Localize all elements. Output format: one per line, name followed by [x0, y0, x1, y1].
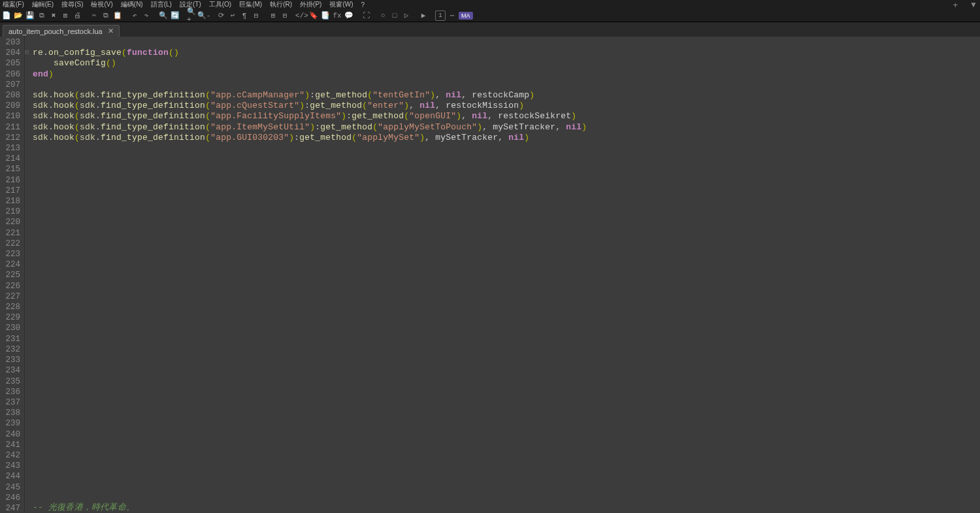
stop-icon[interactable]: □	[389, 10, 400, 21]
code-line[interactable]	[33, 418, 980, 429]
code-line[interactable]	[33, 323, 980, 333]
code-line[interactable]: re.on_config_save(function()	[33, 48, 980, 58]
close-icon[interactable]: ✖	[48, 10, 59, 21]
menu-item[interactable]: 編輯(E)	[32, 0, 54, 9]
indent-guide-icon[interactable]: ⊟	[251, 10, 261, 21]
show-all-icon[interactable]: ¶	[239, 10, 250, 21]
menu-item[interactable]: 檔案(F)	[3, 0, 24, 9]
code-line[interactable]	[33, 291, 980, 302]
code-line[interactable]	[33, 207, 980, 217]
code-line[interactable]	[33, 217, 980, 227]
code-icon[interactable]: </>	[297, 10, 307, 21]
fx-icon[interactable]: fx	[332, 10, 342, 21]
zoom-out-icon[interactable]: 🔍-	[199, 10, 209, 21]
code-line[interactable]	[33, 439, 980, 450]
code-line[interactable]	[33, 186, 980, 196]
code-line[interactable]	[33, 386, 980, 397]
tab-dropdown-arrow[interactable]: ▼	[970, 0, 977, 9]
func-list-icon[interactable]: 📑	[320, 10, 331, 21]
code-line[interactable]	[33, 408, 980, 418]
code-line[interactable]	[33, 471, 980, 482]
paste-icon[interactable]: 📋	[112, 10, 123, 21]
line-number-gutter: 2032042052062072082092102112122132142152…	[0, 37, 25, 513]
search-icon[interactable]: 🔍	[158, 10, 169, 21]
fold-icon[interactable]: ⊞	[268, 10, 278, 21]
code-line[interactable]: saveConfig()	[33, 58, 980, 69]
run-icon[interactable]: ▶	[418, 10, 429, 21]
code-line[interactable]	[33, 492, 980, 503]
save-icon[interactable]: 💾	[25, 10, 35, 21]
encoding-pill[interactable]: MA	[459, 12, 473, 20]
code-line[interactable]	[33, 270, 980, 280]
code-line[interactable]	[33, 450, 980, 460]
print-icon[interactable]: 🖨	[72, 10, 82, 21]
code-line[interactable]	[33, 312, 980, 323]
code-line[interactable]	[33, 227, 980, 238]
menu-item[interactable]: 外掛(P)	[300, 0, 321, 9]
tab-active[interactable]: auto_item_pouch_restock.lua ✕	[3, 25, 120, 37]
code-line[interactable]	[33, 429, 980, 439]
code-line[interactable]	[33, 397, 980, 407]
play-icon[interactable]: ▷	[401, 10, 412, 21]
code-line[interactable]	[33, 302, 980, 312]
code-line[interactable]	[33, 174, 980, 185]
menu-item[interactable]: 巨集(M)	[239, 0, 262, 9]
code-line[interactable]: sdk.hook(sdk.find_type_definition("app.G…	[33, 133, 980, 143]
cut-icon[interactable]: ✂	[89, 10, 99, 21]
wordwrap-icon[interactable]: ↩	[227, 10, 238, 21]
unfold-icon[interactable]: ⊟	[280, 10, 290, 21]
code-line[interactable]	[33, 80, 980, 90]
code-line[interactable]	[33, 333, 980, 344]
line-number-icon[interactable]: 1	[435, 10, 446, 21]
code-line[interactable]	[33, 355, 980, 365]
code-line[interactable]	[33, 461, 980, 471]
undo-icon[interactable]: ↶	[129, 10, 140, 21]
code-line[interactable]	[33, 259, 980, 270]
code-line[interactable]	[33, 376, 980, 386]
tab-close-icon[interactable]: ✕	[108, 27, 114, 35]
menu-item[interactable]: 工具(O)	[209, 0, 231, 9]
code-line[interactable]	[33, 249, 980, 259]
menu-item[interactable]: 執行(R)	[270, 0, 292, 9]
menu-item[interactable]: ?	[361, 1, 365, 8]
fullscreen-icon[interactable]: ⛶	[361, 10, 371, 21]
code-line[interactable]	[33, 344, 980, 354]
menu-item[interactable]: 搜尋(S)	[61, 0, 83, 9]
save-all-icon[interactable]: ⧉	[37, 10, 47, 21]
zoom-in-icon[interactable]: 🔍+	[187, 10, 197, 21]
code-line[interactable]: sdk.hook(sdk.find_type_definition("app.c…	[33, 101, 980, 111]
record-icon[interactable]: ○	[378, 10, 388, 21]
sync-icon[interactable]: ⟳	[216, 10, 226, 21]
code-line[interactable]	[33, 196, 980, 207]
code-line[interactable]: sdk.hook(sdk.find_type_definition("app.c…	[33, 90, 980, 101]
code-area[interactable]: re.on_config_save(function() saveConfig(…	[33, 37, 980, 513]
redo-icon[interactable]: ↷	[141, 10, 152, 21]
new-file-icon[interactable]: 📄	[1, 10, 12, 21]
code-line[interactable]	[33, 37, 980, 48]
code-line[interactable]	[33, 482, 980, 492]
close-all-icon[interactable]: ⊠	[60, 10, 71, 21]
menu-item[interactable]: 視窗(W)	[329, 0, 353, 9]
code-line[interactable]: -- 光復香港，時代革命。	[33, 503, 980, 513]
replace-icon[interactable]: 🔄	[170, 10, 180, 21]
code-line[interactable]	[33, 280, 980, 291]
code-line[interactable]	[33, 239, 980, 249]
code-line[interactable]: sdk.hook(sdk.find_type_definition("app.F…	[33, 111, 980, 122]
code-line[interactable]	[33, 164, 980, 174]
menu-item[interactable]: 檢視(V)	[91, 0, 112, 9]
menu-item[interactable]: 語言(L)	[151, 0, 172, 9]
menu-item[interactable]: 編碼(N)	[121, 0, 143, 9]
dash-icon[interactable]: ⋯	[447, 10, 457, 21]
copy-icon[interactable]: ⧉	[101, 10, 111, 21]
new-tab-plus[interactable]: +	[953, 0, 958, 10]
code-line[interactable]: sdk.hook(sdk.find_type_definition("app.I…	[33, 122, 980, 133]
code-line[interactable]	[33, 154, 980, 164]
editor[interactable]: 2032042052062072082092102112122132142152…	[0, 37, 980, 513]
fold-gutter[interactable]: ⊟	[25, 37, 33, 513]
code-line[interactable]: end)	[33, 69, 980, 80]
code-line[interactable]	[33, 143, 980, 154]
comment-icon[interactable]: 💬	[344, 10, 354, 21]
code-line[interactable]	[33, 365, 980, 376]
bookmark-icon[interactable]: 🔖	[308, 10, 319, 21]
open-file-icon[interactable]: 📂	[13, 10, 24, 21]
